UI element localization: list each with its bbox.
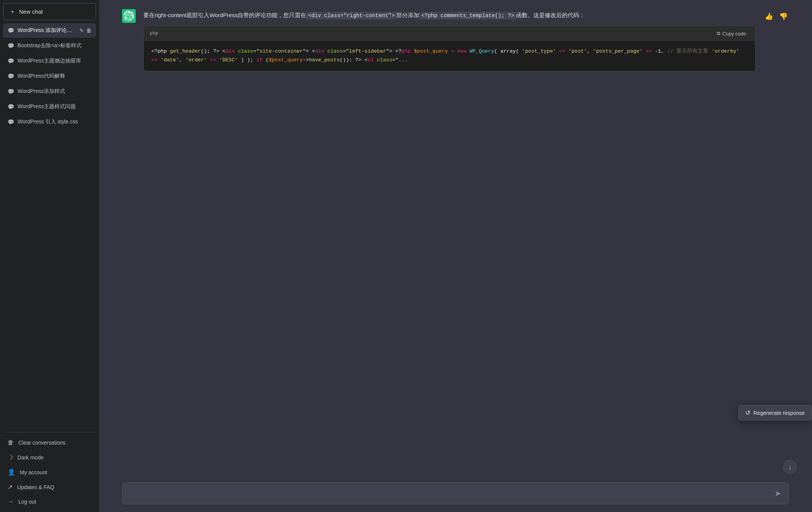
sidebar: ＋ New chat 💬 WordPress 添加评论功能 ✎ 🗑 💬 Boot… [0,0,99,512]
chat-bubble-icon: 💬 [8,73,14,79]
chat-item-4[interactable]: 💬 WordPress代码解释 [3,69,96,83]
chat-item-label: Bootstrap去除<a>标签样式 [18,42,91,49]
edit-icon[interactable]: ✎ [79,27,84,34]
input-bar: ➤ [99,477,812,512]
thumbs-down-button[interactable]: 👎 [778,11,789,22]
chat-item-label: WordPress 添加评论功能 [18,27,75,34]
send-icon: ➤ [775,489,781,498]
chat-bubble-icon: 💬 [8,88,14,94]
message-actions: 👍 👎 [763,9,789,22]
sidebar-action-clear[interactable]: 🗑 Clear conversations [3,435,96,450]
chat-bubble-icon: 💬 [8,58,14,64]
chat-item-actions: ✎ 🗑 [79,27,91,34]
chat-item-label: WordPress代码解释 [18,73,91,80]
dark-mode-label: Dark mode [18,454,43,461]
inline-code-1: <div class="right-content"> [306,12,396,19]
sidebar-action-updates-faq[interactable]: ↗ Updates & FAQ [3,480,96,494]
code-block: php ⧉ Copy code <?php get_header(); ?> <… [143,26,756,71]
chat-item-label: WordPress主题侧边抽屉库 [18,58,91,64]
my-account-label: My account [20,469,47,475]
message-input[interactable] [128,490,770,497]
code-lang-label: php [150,30,158,37]
chat-list: 💬 WordPress 添加评论功能 ✎ 🗑 💬 Bootstrap去除<a>标… [3,23,96,429]
message-text-mid: 部分添加 [396,12,419,18]
copy-icon: ⧉ [717,30,720,37]
chat-item-label: WordPress 引入 style.css [18,118,91,125]
chat-bubble-icon: 💬 [8,119,14,125]
chat-item-label: WordPress主题样式问题 [18,103,91,110]
code-block-header: php ⧉ Copy code [144,26,755,41]
thumbs-up-button[interactable]: 👍 [763,11,775,22]
chat-item-3[interactable]: 💬 WordPress主题侧边抽屉库 [3,54,96,68]
message-text-intro: 要在right-content底部引入WordPress自带的评论功能，您只需在 [143,12,306,18]
chat-item-6[interactable]: 💬 WordPress主题样式问题 [3,99,96,114]
chat-item-2[interactable]: 💬 Bootstrap去除<a>标签样式 [3,38,96,53]
moon-icon: ☽ [8,454,13,461]
clear-conversations-label: Clear conversations [18,440,66,446]
trash-icon: 🗑 [8,439,14,446]
new-chat-label: New chat [19,8,43,15]
chat-item-5[interactable]: 💬 WordPress添加样式 [3,84,96,99]
input-container: ➤ [122,482,789,504]
regenerate-tooltip[interactable]: ↺ Regenerate response [738,405,812,421]
plus-icon: ＋ [10,8,15,15]
sidebar-action-my-account[interactable]: 👤 My account [3,465,96,480]
chat-bubble-icon: 💬 [8,27,14,34]
log-out-label: Log out [18,499,36,505]
chat-bubble-icon: 💬 [8,43,14,49]
message-text-suffix: 函数。这是修改后的代码： [516,12,585,18]
new-chat-button[interactable]: ＋ New chat [3,3,96,20]
regenerate-icon: ↺ [745,409,750,416]
sidebar-action-dark-mode[interactable]: ☽ Dark mode [3,450,96,465]
chat-area: 要在right-content底部引入WordPress自带的评论功能，您只需在… [99,0,812,458]
scroll-down-button[interactable]: ↓ [783,460,797,474]
chat-bubble-icon: 💬 [8,104,14,110]
send-button[interactable]: ➤ [773,487,783,499]
user-icon: 👤 [8,469,15,476]
logout-icon: → [8,498,14,505]
copy-code-button[interactable]: ⧉ Copy code [714,29,749,38]
assistant-message-block: 要在right-content底部引入WordPress自带的评论功能，您只需在… [122,9,789,71]
updates-faq-label: Updates & FAQ [17,484,54,490]
delete-icon[interactable]: 🗑 [86,27,91,34]
sidebar-action-log-out[interactable]: → Log out [3,494,96,509]
chat-item-7[interactable]: 💬 WordPress 引入 style.css [3,115,96,129]
scroll-down-icon: ↓ [788,463,792,471]
main-panel: 要在right-content底部引入WordPress自带的评论功能，您只需在… [99,0,812,512]
avatar [122,9,136,23]
inline-code-2: <?php comments_template(); ?> [419,12,516,19]
external-link-icon: ↗ [8,483,13,491]
chat-item-label: WordPress添加样式 [18,88,91,95]
assistant-message-content: 要在right-content底部引入WordPress自带的评论功能，您只需在… [143,9,756,71]
code-content: <?php get_header(); ?> <div class="site-… [144,41,755,71]
sidebar-divider [3,432,96,432]
copy-code-label: Copy code [722,31,746,37]
regenerate-label: Regenerate response [753,410,805,416]
chat-item-active[interactable]: 💬 WordPress 添加评论功能 ✎ 🗑 [3,23,96,38]
